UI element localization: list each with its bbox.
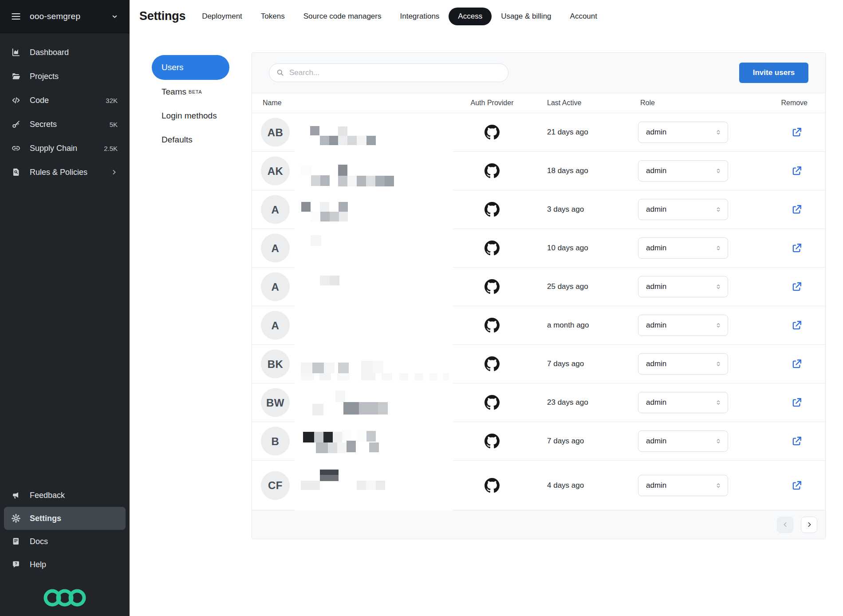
table-row: A 25 days ago admin (252, 268, 825, 306)
remove-user-button[interactable] (790, 125, 804, 139)
avatar: A (261, 195, 290, 224)
table-row: AK 18 days ago admin (252, 152, 825, 190)
role-select[interactable]: admin (638, 392, 728, 413)
subnav-item-label: Login methods (162, 111, 217, 121)
tab-tokens[interactable]: Tokens (252, 8, 294, 25)
tab-account[interactable]: Account (561, 8, 607, 25)
external-link-icon (791, 358, 803, 370)
select-chevrons-icon (714, 128, 722, 136)
subnav-item-label: Users (162, 63, 184, 72)
remove-user-button[interactable] (790, 395, 804, 410)
role-select[interactable]: admin (638, 315, 728, 336)
avatar-initials: A (272, 242, 280, 254)
role-value: admin (646, 359, 666, 368)
avatar: A (261, 272, 290, 301)
redacted-user-name (295, 152, 453, 190)
remove-user-button[interactable] (790, 357, 804, 371)
tab-source-code-managers[interactable]: Source code managers (294, 8, 391, 25)
role-select[interactable]: admin (638, 160, 728, 182)
external-link-icon (791, 203, 803, 216)
last-active-value: 10 days ago (547, 244, 588, 253)
remove-user-button[interactable] (790, 280, 804, 294)
remove-user-button[interactable] (790, 202, 804, 217)
role-select[interactable]: admin (638, 237, 728, 259)
pagination-next-button[interactable] (801, 517, 817, 533)
column-header-auth-provider: Auth Provider (471, 99, 514, 107)
role-select[interactable]: admin (638, 475, 728, 496)
chevron-right-icon (806, 521, 813, 528)
org-switcher[interactable]: ooo-semgrep (0, 0, 130, 33)
github-icon (485, 356, 500, 371)
role-select[interactable]: admin (638, 122, 728, 143)
remove-user-button[interactable] (790, 164, 804, 178)
subnav-item-teams[interactable]: Teams BETA (152, 80, 229, 104)
avatar: BW (261, 388, 290, 417)
sidebar-item-feedback[interactable]: Feedback (0, 484, 130, 507)
sidebar-item-projects[interactable]: Projects (0, 64, 130, 88)
sidebar-item-code[interactable]: Code 32K (0, 88, 130, 112)
org-name: ooo-semgrep (30, 12, 111, 21)
sidebar-item-icon (11, 119, 21, 129)
chevron-right-icon (110, 169, 118, 176)
sidebar-item-icon (11, 95, 21, 105)
role-select[interactable]: admin (638, 276, 728, 297)
github-icon (485, 163, 500, 178)
external-link-icon (791, 242, 803, 254)
sidebar-item-label: Projects (30, 72, 59, 81)
subnav-item-users[interactable]: Users (152, 55, 229, 80)
role-select[interactable]: admin (638, 199, 728, 220)
avatar: A (261, 311, 290, 340)
menu-icon[interactable] (11, 11, 21, 22)
remove-user-button[interactable] (790, 478, 804, 493)
select-chevrons-icon (714, 321, 722, 329)
tab-integrations[interactable]: Integrations (391, 8, 449, 25)
role-select[interactable]: admin (638, 430, 728, 452)
table-row: A a month ago admin (252, 306, 825, 345)
subnav-item-label: Teams (162, 87, 186, 97)
table-row: A 3 days ago admin (252, 190, 825, 229)
sidebar-item-secrets[interactable]: Secrets 5K (0, 112, 130, 136)
search-box[interactable] (269, 63, 508, 82)
last-active-value: 21 days ago (547, 128, 588, 137)
redacted-user-name (295, 306, 453, 345)
role-select[interactable]: admin (638, 353, 728, 375)
remove-user-button[interactable] (790, 318, 804, 332)
remove-user-button[interactable] (790, 241, 804, 255)
search-input[interactable] (289, 68, 501, 77)
invite-users-button[interactable]: Invite users (739, 63, 808, 83)
pagination-prev-button[interactable] (777, 517, 793, 533)
chevron-down-icon (111, 13, 118, 20)
sidebar-item-label: Feedback (30, 491, 65, 500)
role-value: admin (646, 128, 666, 137)
column-header-name: Name (263, 99, 282, 107)
sidebar-bottom-nav: Feedback Settings Docs Help (0, 484, 130, 576)
sidebar-item-icon (11, 143, 21, 153)
github-icon (485, 279, 500, 294)
tab-label: Source code managers (303, 12, 382, 20)
external-link-icon (791, 479, 803, 492)
redacted-user-name (295, 461, 453, 510)
sidebar-item-dashboard[interactable]: Dashboard (0, 40, 130, 64)
sidebar-item-docs[interactable]: Docs (0, 530, 130, 553)
table-row: AB 21 days ago admin (252, 113, 825, 152)
tab-access[interactable]: Access (449, 8, 492, 25)
tab-deployment[interactable]: Deployment (193, 8, 252, 25)
tab-usage-billing[interactable]: Usage & billing (492, 8, 560, 25)
tab-label: Integrations (400, 12, 440, 20)
settings-tabs: Deployment Tokens Source code managers I… (193, 8, 607, 25)
role-value: admin (646, 244, 666, 253)
external-link-icon (791, 319, 803, 332)
sidebar-item-help[interactable]: Help (0, 553, 130, 576)
sidebar-item-icon (11, 167, 21, 177)
sidebar-item-supply-chain[interactable]: Supply Chain 2.5K (0, 136, 130, 160)
sidebar-item-settings[interactable]: Settings (4, 507, 126, 530)
last-active-value: 23 days ago (547, 398, 588, 407)
sidebar-item-label: Code (30, 96, 49, 105)
redacted-user-name (295, 190, 453, 229)
subnav-item-defaults[interactable]: Defaults (152, 128, 229, 152)
remove-user-button[interactable] (790, 434, 804, 448)
avatar-initials: A (272, 203, 280, 216)
subnav-item-login-methods[interactable]: Login methods (152, 104, 229, 128)
sidebar-item-rules-policies[interactable]: Rules & Policies (0, 160, 130, 184)
avatar: BK (261, 350, 290, 379)
